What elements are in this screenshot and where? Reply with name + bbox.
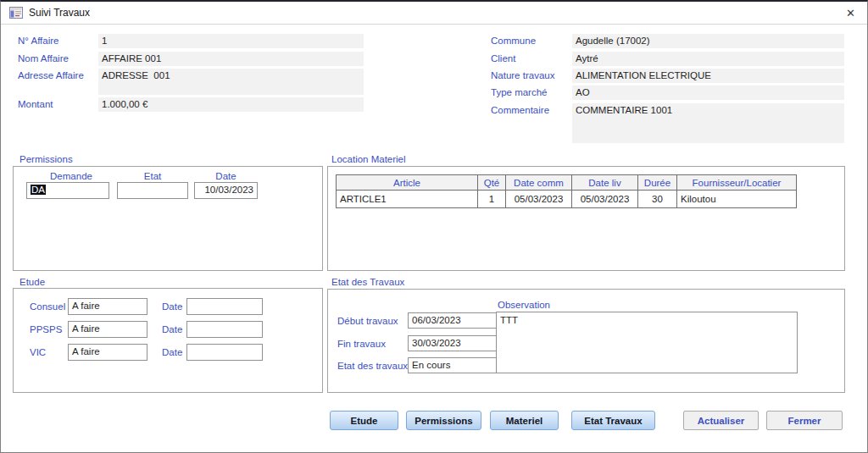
- fournisseur-cell[interactable]: Kiloutou: [677, 191, 797, 208]
- observation-label: Observation: [498, 300, 550, 310]
- commentaire-label: Commentaire: [491, 105, 549, 115]
- nom-affaire-label: Nom Affaire: [18, 53, 69, 64]
- window-title: Suivi Travaux: [29, 7, 90, 19]
- materiel-group-title: Location Materiel: [331, 154, 406, 164]
- ppsps-input[interactable]: A faire: [68, 321, 147, 338]
- adresse-affaire-label: Adresse Affaire: [18, 70, 84, 80]
- fin-travaux-label: Fin travaux: [337, 339, 386, 349]
- vic-label: VIC: [30, 347, 46, 357]
- materiel-table: Article Qté Date comm Date liv Durée Fou…: [336, 174, 797, 208]
- debut-travaux-label: Début travaux: [337, 316, 398, 326]
- permission-date-input[interactable]: 10/03/2023: [194, 182, 258, 199]
- nature-travaux-field[interactable]: ALIMENTATION ELECTRIQUE: [572, 69, 844, 83]
- date-liv-cell[interactable]: 05/03/2023: [572, 191, 638, 208]
- etude-group-title: Etude: [19, 277, 45, 287]
- vic-date-input[interactable]: [186, 344, 263, 361]
- commune-field[interactable]: Agudelle (17002): [572, 34, 844, 48]
- etat-des-travaux-label: Etat des travaux: [337, 361, 408, 371]
- close-icon[interactable]: ✕: [843, 7, 859, 19]
- vic-input[interactable]: A faire: [68, 344, 147, 361]
- etat-travaux-group-title: Etat des Travaux: [331, 277, 404, 287]
- date-comm-header: Date comm: [506, 175, 572, 191]
- observation-textarea[interactable]: TTT: [496, 312, 798, 373]
- demande-selected-text: DA: [31, 185, 46, 195]
- duree-header: Durée: [638, 175, 677, 191]
- debut-travaux-input[interactable]: 06/03/2023: [408, 312, 504, 329]
- ppsps-label: PPSPS: [30, 324, 62, 334]
- etat-input[interactable]: [117, 182, 188, 199]
- consuel-input[interactable]: A faire: [68, 298, 147, 315]
- nature-travaux-label: Nature travaux: [491, 70, 554, 80]
- qte-cell[interactable]: 1: [478, 191, 506, 208]
- type-marche-field[interactable]: AO: [572, 86, 844, 100]
- title-bar: Suivi Travaux ✕: [1, 2, 867, 25]
- materiel-table-row[interactable]: ARTICLE1 1 05/03/2023 05/03/2023 30 Kilo…: [337, 191, 797, 208]
- fin-travaux-input[interactable]: 30/03/2023: [408, 335, 504, 351]
- client-label: Client: [491, 53, 515, 64]
- consuel-label: Consuel: [30, 301, 65, 312]
- article-header: Article: [337, 175, 478, 191]
- client-field[interactable]: Aytré: [572, 52, 844, 66]
- actualiser-button[interactable]: Actualiser: [683, 411, 759, 430]
- access-form-icon: [9, 7, 23, 19]
- suivi-travaux-window: Suivi Travaux ✕ N° Affaire 1 Nom Affaire…: [0, 0, 868, 453]
- qte-header: Qté: [478, 175, 506, 191]
- type-marche-label: Type marché: [491, 87, 547, 97]
- adresse-affaire-field[interactable]: ADRESSE 001: [98, 69, 364, 95]
- date-liv-header: Date liv: [572, 175, 638, 191]
- montant-label: Montant: [18, 99, 53, 109]
- ppsps-date-label: Date: [162, 324, 182, 334]
- montant-field[interactable]: 1.000,00 €: [98, 97, 364, 112]
- etat-column-header: Etat: [117, 171, 188, 181]
- duree-cell[interactable]: 30: [638, 191, 677, 208]
- etat-travaux-button[interactable]: Etat Travaux: [571, 411, 655, 430]
- materiel-header-row: Article Qté Date comm Date liv Durée Fou…: [337, 175, 797, 191]
- article-cell[interactable]: ARTICLE1: [337, 191, 478, 208]
- ppsps-date-input[interactable]: [186, 321, 263, 338]
- vic-date-label: Date: [162, 347, 182, 357]
- etat-des-travaux-input[interactable]: En cours: [408, 357, 504, 373]
- materiel-button[interactable]: Materiel: [490, 411, 559, 430]
- date-column-header: Date: [194, 171, 258, 181]
- consuel-date-label: Date: [162, 301, 182, 312]
- consuel-date-input[interactable]: [186, 298, 263, 315]
- nom-affaire-field[interactable]: AFFAIRE 001: [98, 52, 364, 66]
- date-comm-cell[interactable]: 05/03/2023: [506, 191, 572, 208]
- fermer-button[interactable]: Fermer: [766, 411, 843, 430]
- naffaire-label: N° Affaire: [18, 36, 59, 46]
- permissions-button[interactable]: Permissions: [406, 411, 481, 430]
- permissions-group-title: Permissions: [19, 154, 73, 164]
- commune-label: Commune: [491, 36, 536, 46]
- naffaire-field[interactable]: 1: [98, 34, 364, 48]
- commentaire-field[interactable]: COMMENTAIRE 1001: [572, 103, 844, 143]
- demande-input[interactable]: DA: [26, 182, 109, 199]
- demande-column-header: Demande: [33, 171, 109, 181]
- fournisseur-header: Fournisseur/Locatier: [677, 175, 797, 191]
- etude-button[interactable]: Etude: [330, 411, 398, 430]
